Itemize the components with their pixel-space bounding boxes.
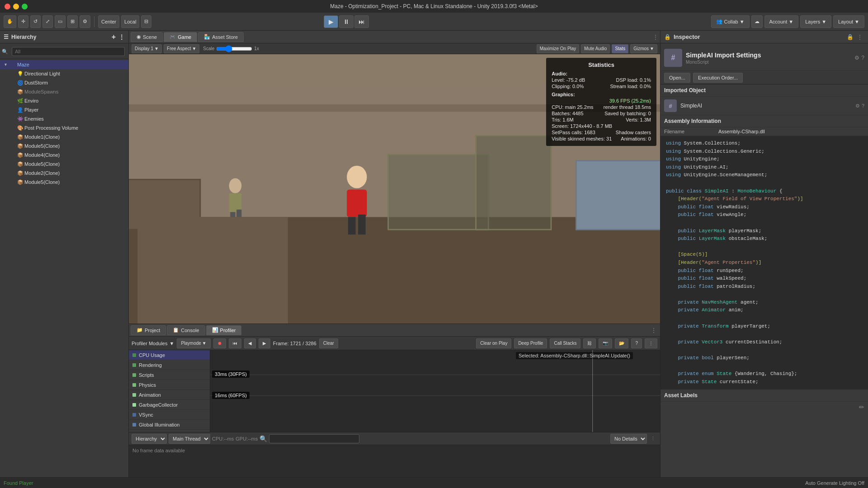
module-gc[interactable]: GarbageCollector xyxy=(129,400,210,410)
cloud-button[interactable]: ☁ xyxy=(751,15,763,28)
clear-on-play-button[interactable]: Clear on Play xyxy=(476,338,511,348)
next-step-button[interactable]: ▶ xyxy=(259,338,270,348)
tab-profiler[interactable]: 📊 Profiler xyxy=(206,325,242,335)
clear-button[interactable]: Clear xyxy=(319,338,338,348)
module-animation[interactable]: Animation xyxy=(129,390,210,400)
account-button[interactable]: Account ▼ xyxy=(764,15,799,28)
profiler-options-icon[interactable]: ⋮ xyxy=(649,327,658,333)
module-vsync[interactable]: VSync xyxy=(129,410,210,420)
gizmos-button[interactable]: Gizmos ▼ xyxy=(630,44,657,53)
open-button[interactable]: Open... xyxy=(664,73,690,83)
load-button[interactable]: 📂 xyxy=(615,338,628,348)
code-block: using System.Collections; using System.C… xyxy=(660,136,868,389)
window-title: Maze - Optimization_Project - PC, Mac & … xyxy=(330,3,538,9)
hierarchy-item-7[interactable]: 🎨Post Processing Volume xyxy=(0,123,128,132)
hierarchy-item-5[interactable]: 👤Player xyxy=(0,105,128,114)
hierarchy-search-input[interactable] xyxy=(12,47,125,56)
hierarchy-item-13[interactable]: 📦Module5(Clone) xyxy=(0,178,128,187)
rect-tool-button[interactable]: ▭ xyxy=(55,15,66,28)
playmode-button[interactable]: Playmode ▼ xyxy=(177,338,210,348)
hierarchy-item-4[interactable]: 🌿Enviro xyxy=(0,96,128,105)
maximize-button[interactable]: Maximize On Play xyxy=(537,44,580,53)
game-icon: 🎮 xyxy=(170,34,176,40)
mute-button[interactable]: Mute Audio xyxy=(581,44,610,53)
inspector-more-icon[interactable]: ⋮ xyxy=(855,34,864,40)
hierarchy-item-11[interactable]: 📦Module5(Clone) xyxy=(0,160,128,169)
thread-select[interactable]: Main Thread xyxy=(169,434,210,444)
tree-label-7: Post Processing Volume xyxy=(24,125,128,131)
imported-settings-icon[interactable]: ⚙ xyxy=(855,103,860,109)
hierarchy-item-10[interactable]: 📦Module4(Clone) xyxy=(0,150,128,160)
setpass-calls: SetPass calls: 1683 xyxy=(552,130,595,135)
tab-scene[interactable]: ◉ Scene xyxy=(131,32,163,42)
execution-order-button[interactable]: Execution Order... xyxy=(693,73,743,83)
editor-link-button[interactable]: ⛓ xyxy=(583,338,596,348)
bottom-options-icon[interactable]: ⋮ xyxy=(649,436,657,441)
profiler-graph[interactable]: Selected: Assembly-CSharp.dll::SimpleAI.… xyxy=(210,350,660,432)
bottom-search-input[interactable] xyxy=(269,434,359,443)
profiler-options-button[interactable]: ⋮ xyxy=(645,338,657,348)
tab-project[interactable]: 📁 Project xyxy=(131,325,166,335)
hierarchy-item-1[interactable]: 💡Directional Light xyxy=(0,69,128,78)
hierarchy-item-12[interactable]: 📦Module2(Clone) xyxy=(0,169,128,178)
rotate-tool-button[interactable]: ↺ xyxy=(30,15,41,28)
module-gi[interactable]: Global Illumination xyxy=(129,420,210,430)
screenshot-button[interactable]: 📷 xyxy=(599,338,612,348)
scale-tool-button[interactable]: ⤢ xyxy=(42,15,53,28)
grid-button[interactable]: ⊟ xyxy=(141,15,151,28)
tab-asset-store[interactable]: 🏪 Asset Store xyxy=(198,32,244,42)
layout-button[interactable]: Layout ▼ xyxy=(833,15,864,28)
module-scripts[interactable]: Scripts xyxy=(129,370,210,380)
collab-button[interactable]: 👥 Collab ▼ xyxy=(711,15,749,28)
hierarchy-item-6[interactable]: 👾Enemies xyxy=(0,114,128,123)
scale-slider[interactable] xyxy=(216,45,252,52)
hierarchy-item-3[interactable]: 📦ModuleSpawns xyxy=(0,87,128,96)
transform-tool-button[interactable]: ⊞ xyxy=(67,15,78,28)
display-button[interactable]: Display 1 ▼ xyxy=(132,44,162,53)
asset-help-icon[interactable]: ? xyxy=(861,55,864,61)
hierarchy-item-2[interactable]: 🌀DustStorm xyxy=(0,78,128,87)
hand-tool-button[interactable]: ✋ xyxy=(4,15,16,28)
custom-tool-button[interactable]: ⚙ xyxy=(80,15,90,28)
move-tool-button[interactable]: ✛ xyxy=(18,15,28,28)
hierarchy-add-button[interactable]: + xyxy=(112,33,116,41)
prev-frame-button[interactable]: ⏮ xyxy=(229,338,241,348)
tree-icon-8: 📦 xyxy=(17,134,24,140)
window-maximize-button[interactable] xyxy=(22,4,28,9)
step-button[interactable]: ⏭ xyxy=(354,15,369,28)
hierarchy-item-9[interactable]: 📦Module5(Clone) xyxy=(0,141,128,150)
tree-label-9: Module5(Clone) xyxy=(24,143,128,149)
help-button[interactable]: ? xyxy=(631,338,642,348)
play-button[interactable]: ▶ xyxy=(324,15,338,28)
call-stacks-button[interactable]: Call Stacks xyxy=(550,338,580,348)
local-button[interactable]: Local xyxy=(121,15,139,28)
display-chevron: ▼ xyxy=(154,46,159,51)
asset-settings-icon[interactable]: ⚙ xyxy=(854,55,859,61)
details-select[interactable]: No Details xyxy=(610,434,647,444)
module-cpu-usage[interactable]: CPU Usage xyxy=(129,350,210,360)
profiler-modules-chevron: ▼ xyxy=(169,341,174,346)
layers-button[interactable]: Layers ▼ xyxy=(800,15,831,28)
inspector-lock-button[interactable]: 🔒 xyxy=(847,34,854,40)
record-button[interactable]: ⏺ xyxy=(213,338,226,348)
profiler-modules-button[interactable]: Profiler Modules ▼ xyxy=(132,341,174,346)
tab-console[interactable]: 📋 Console xyxy=(167,325,205,335)
window-minimize-button[interactable] xyxy=(13,4,19,9)
tab-game[interactable]: 🎮 Game xyxy=(164,32,197,42)
asset-labels-edit-icon[interactable]: ✏ xyxy=(859,404,864,411)
imported-help-icon[interactable]: ? xyxy=(862,103,864,109)
window-close-button[interactable] xyxy=(5,4,10,9)
aspect-button[interactable]: Free Aspect ▼ xyxy=(164,44,199,53)
stats-button[interactable]: Stats xyxy=(612,44,628,53)
deep-profile-button[interactable]: Deep Profile xyxy=(514,338,547,348)
hierarchy-item-0[interactable]: ▼Maze xyxy=(0,60,128,69)
prev-step-button[interactable]: ◀ xyxy=(244,338,256,348)
view-options-icon[interactable]: ⋮ xyxy=(653,34,658,40)
hierarchy-options-button[interactable]: ⋮ xyxy=(118,33,125,41)
hierarchy-select[interactable]: Hierarchy xyxy=(132,434,167,444)
center-button[interactable]: Center xyxy=(98,15,119,28)
pause-button[interactable]: ⏸ xyxy=(339,15,354,28)
module-rendering[interactable]: Rendering xyxy=(129,360,210,370)
module-physics[interactable]: Physics xyxy=(129,380,210,390)
hierarchy-item-8[interactable]: 📦Module1(Clone) xyxy=(0,132,128,141)
